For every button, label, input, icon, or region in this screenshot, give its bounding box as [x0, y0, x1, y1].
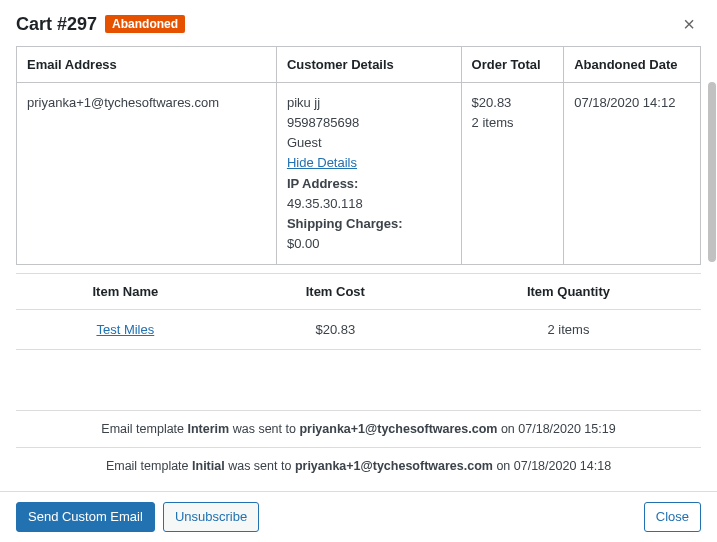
log-entry: Email template Interim was sent to priya…: [16, 410, 701, 447]
hide-details-link[interactable]: Hide Details: [287, 155, 357, 170]
cell-total: $20.83 2 items: [461, 83, 564, 265]
scrollbar-thumb[interactable]: [708, 82, 716, 262]
log-template-name: Initial: [192, 459, 225, 473]
cell-email: priyanka+1@tychesoftwares.com: [17, 83, 277, 265]
log-recipient: priyanka+1@tychesoftwares.com: [299, 422, 497, 436]
modal-content: Email Address Customer Details Order Tot…: [0, 46, 717, 484]
shipping-value: $0.00: [287, 234, 451, 254]
item-cost: $20.83: [235, 310, 436, 350]
unsubscribe-button[interactable]: Unsubscribe: [163, 502, 259, 532]
send-custom-email-button[interactable]: Send Custom Email: [16, 502, 155, 532]
col-item-qty-header: Item Quantity: [436, 274, 701, 310]
customer-name: piku jj: [287, 93, 451, 113]
col-abandoned-header: Abandoned Date: [564, 47, 701, 83]
close-button[interactable]: Close: [644, 502, 701, 532]
col-item-cost-header: Item Cost: [235, 274, 436, 310]
col-customer-header: Customer Details: [276, 47, 461, 83]
log-time: 07/18/2020 14:18: [514, 459, 611, 473]
modal-header: Cart #297 Abandoned ×: [0, 0, 717, 46]
ip-address-label: IP Address:: [287, 174, 451, 194]
col-item-name-header: Item Name: [16, 274, 235, 310]
col-total-header: Order Total: [461, 47, 564, 83]
modal-footer: Send Custom Email Unsubscribe Close: [0, 491, 717, 542]
item-name-link[interactable]: Test Miles: [96, 322, 154, 337]
order-total-items: 2 items: [472, 113, 554, 133]
col-email-header: Email Address: [17, 47, 277, 83]
log-template-name: Interim: [188, 422, 230, 436]
modal-title: Cart #297: [16, 14, 97, 35]
status-badge: Abandoned: [105, 15, 185, 33]
cell-customer: piku jj 9598785698 Guest Hide Details IP…: [276, 83, 461, 265]
table-row: Test Miles $20.83 2 items: [16, 310, 701, 350]
close-icon[interactable]: ×: [677, 12, 701, 36]
items-table: Item Name Item Cost Item Quantity Test M…: [16, 273, 701, 350]
log-entry: Email template Initial was sent to priya…: [16, 447, 701, 484]
customer-type: Guest: [287, 133, 451, 153]
table-row: priyanka+1@tychesoftwares.com piku jj 95…: [17, 83, 701, 265]
email-log: Email template Interim was sent to priya…: [16, 410, 701, 484]
order-total-amount: $20.83: [472, 93, 554, 113]
item-qty: 2 items: [436, 310, 701, 350]
ip-address-value: 49.35.30.118: [287, 194, 451, 214]
customer-phone: 9598785698: [287, 113, 451, 133]
cart-details-table: Email Address Customer Details Order Tot…: [16, 46, 701, 265]
cell-abandoned-date: 07/18/2020 14:12: [564, 83, 701, 265]
scrollbar[interactable]: [707, 48, 717, 488]
log-time: 07/18/2020 15:19: [518, 422, 615, 436]
log-recipient: priyanka+1@tychesoftwares.com: [295, 459, 493, 473]
shipping-label: Shipping Charges:: [287, 214, 451, 234]
